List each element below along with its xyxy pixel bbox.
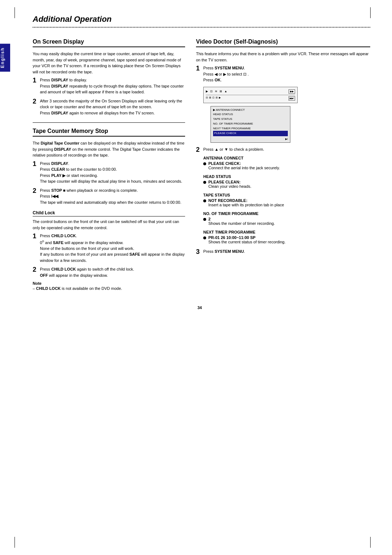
vcr-sym-5: ▶: [219, 96, 221, 101]
next-timer-group: NEXT TIMER PROGRAMME PR-01 26 10:00~11:0…: [203, 230, 370, 244]
bullet-dot-2: [203, 181, 206, 184]
step-2-vd: 2 Press ▲ or ▼ to check a problem.: [196, 146, 370, 153]
page-title: Additional Operation: [33, 15, 370, 24]
child-lock-intro: The control buttons on the front of the …: [33, 219, 185, 231]
note-label: Note: [33, 281, 41, 285]
vcr-status: ▶▶I: [289, 96, 295, 101]
video-doctor-section: Video Doctor (Self-Diagnosis) This featu…: [196, 39, 370, 255]
menu-item-1: ▶ ANTENNA CONNECT: [213, 108, 288, 113]
title-separator: [33, 27, 370, 28]
child-lock-section: Child Lock The control buttons on the fr…: [33, 210, 185, 292]
step-1-vd-content: Press SYSTEM MENU. Press ◀ or ▶ to selec…: [203, 65, 370, 83]
vcr-icon-2: ⊡: [210, 90, 213, 93]
on-screen-display-title: On Screen Display: [33, 39, 185, 47]
menu-highlight-item: PLEASE CHECK: [213, 131, 288, 136]
step-2-vd-content: Press ▲ or ▼ to check a problem.: [203, 146, 370, 153]
vcr-sym-3: ⊡: [212, 96, 215, 101]
stop-keyword: STOP ■: [51, 188, 65, 193]
vcr-sym-4: ⊞: [216, 96, 218, 101]
head-status-bullet: PLEASE CLEAN: Clean your video heads.: [203, 180, 370, 189]
tape-status-group: TAPE STATUS NOT RECORDABLE: Insert a tap…: [203, 193, 370, 207]
step-3-vd-content: Press SYSTEM MENU.: [203, 248, 370, 255]
digital-tape-counter-keyword: Digital Tape Counter: [41, 141, 79, 145]
superscript-n: n: [42, 239, 44, 243]
clear-keyword: CLEAR: [51, 167, 65, 171]
vcr-icon-5: ▲: [224, 90, 227, 93]
child-lock-note: Note – CHILD LOCK is not available on th…: [33, 281, 185, 292]
safe-keyword-2: SAFE: [129, 252, 140, 256]
tape-counter-intro: The Digital Tape Counter can be displaye…: [33, 140, 185, 158]
step-2-tape-content: Press STOP ■ when playback or recording …: [40, 187, 185, 206]
step-num-vd-1: 1: [196, 65, 201, 72]
step-1-content: Press DISPLAY to display. Press DISPLAY …: [40, 77, 185, 95]
display-keyword-1: DISPLAY: [51, 78, 68, 82]
tape-status-label: TAPE STATUS: [203, 193, 370, 197]
head-status-content: PLEASE CLEAN: Clean your video heads.: [208, 180, 252, 189]
please-clean-keyword: PLEASE CLEAN:: [208, 180, 241, 184]
vcr-indicator: ▶▶: [289, 89, 295, 94]
menu-item-2: HEAD STATUS: [213, 112, 288, 117]
child-lock-title: Child Lock: [33, 210, 185, 216]
step-2-display: 2 After 3 seconds the majority of the On…: [33, 98, 185, 116]
timer-count-value: 2: [208, 217, 211, 221]
step-num-child-1: 1: [33, 233, 38, 239]
video-doctor-title: Video Doctor (Self-Diagnosis): [196, 39, 370, 47]
safe-keyword-1: SAFE: [53, 240, 64, 244]
step-num-vd-2: 2: [196, 146, 201, 153]
step-2-childlock: 2 Press CHILD LOCK again to switch off t…: [33, 266, 185, 278]
note-text: – CHILD LOCK is not available on the DVD…: [33, 286, 122, 291]
on-screen-display-section: On Screen Display You may easily display…: [33, 39, 185, 116]
vcr-icon-4: ⊞: [220, 90, 222, 93]
step-num-tape-1: 1: [33, 161, 38, 167]
vcr-sym-1: ⊟: [206, 96, 208, 101]
antenna-connect-content: PLEASE CHECK: Connect the aerial into th…: [208, 161, 280, 170]
step-2-content: After 3 seconds the majority of the On S…: [40, 98, 185, 116]
tape-status-content: NOT RECORDABLE: Insert a tape with its p…: [208, 198, 284, 207]
vcr-spacer2: [222, 96, 287, 101]
step-num-tape-2: 2: [33, 187, 38, 194]
step-num-1: 1: [33, 77, 38, 84]
childlock-keyword-1: CHILD LOCK: [51, 234, 76, 238]
bullet-dot-1: [203, 162, 206, 165]
timer-programme-count-label: NO. OF TIMER PROGRAMME: [203, 211, 370, 216]
ok-keyword: OK: [215, 78, 221, 82]
vcr-icon-row: ▶ ⊡ ≋ ⊞ ▲ ▶▶: [206, 89, 295, 95]
next-timer-value: PR-01 26 10:00~11:00 SP: [208, 235, 256, 240]
menu-item-5: NEXT TIMER PROGRAMME: [213, 126, 288, 131]
vcr-top-display: ▶ ⊡ ≋ ⊞ ▲ ▶▶ ⊟ ⊠ ⊡ ⊞: [203, 87, 298, 103]
not-recordable-keyword: NOT RECORDABLE:: [208, 198, 248, 203]
next-timer-bullet: PR-01 26 10:00~11:00 SP Shows the curren…: [203, 235, 370, 244]
rewind-keyword: I◀◀: [51, 194, 58, 198]
right-column: Video Doctor (Self-Diagnosis) This featu…: [196, 33, 370, 295]
step-2-tape: 2 Press STOP ■ when playback or recordin…: [33, 187, 185, 206]
step-1-display: 1 Press DISPLAY to display. Press DISPLA…: [33, 77, 185, 95]
step-1-childlock-content: Press CHILD LOCK. 0n and SAFE will appea…: [40, 233, 185, 263]
bullet-dot-3: [203, 199, 206, 202]
off-keyword: OFF: [40, 273, 48, 278]
antenna-connect-group: ANTENNA CONNECT PLEASE CHECK: Connect th…: [203, 156, 370, 170]
status-groups-container: ANTENNA CONNECT PLEASE CHECK: Connect th…: [203, 156, 370, 244]
tape-counter-section: Tape Counter Memory Stop The Digital Tap…: [33, 128, 185, 292]
display-keyword-5: DISPLAY: [51, 161, 68, 166]
vcr-display-container: ▶ ⊡ ≋ ⊞ ▲ ▶▶ ⊟ ⊠ ⊡ ⊞: [203, 87, 370, 143]
system-menu-keyword-1: SYSTEM MENU: [215, 66, 244, 70]
system-menu-keyword-2: SYSTEM MENU: [215, 249, 244, 254]
step-1-tape: 1 Press DISPLAY. Press CLEAR to set the …: [33, 161, 185, 185]
step-num-vd-3: 3: [196, 248, 201, 255]
antenna-connect-label: ANTENNA CONNECT: [203, 156, 370, 160]
timer-count-content: 2 Shows the number of timer recording.: [208, 217, 275, 226]
bullet-dot-4: [203, 218, 206, 221]
on-screen-display-intro: You may easily display the current time …: [33, 51, 185, 75]
bullet-dot-5: [203, 236, 206, 239]
menu-item-4: NO. OF TIMER PROGRAMME: [213, 122, 288, 126]
childlock-keyword-2: CHILD LOCK: [51, 267, 76, 271]
menu-item-3: TAPE STATUS: [213, 117, 288, 122]
head-status-group: HEAD STATUS PLEASE CLEAN: Clean your vid…: [203, 174, 370, 189]
step-3-vd: 3 Press SYSTEM MENU.: [196, 248, 370, 255]
section-divider-tape: [33, 122, 185, 123]
tape-counter-title: Tape Counter Memory Stop: [33, 128, 185, 137]
page-number: 34: [29, 305, 370, 310]
step-1-vd: 1 Press SYSTEM MENU. Press ◀ or ▶ to sel…: [196, 65, 370, 83]
display-keyword-2: DISPLAY: [51, 84, 68, 88]
left-column: On Screen Display You may easily display…: [33, 33, 185, 295]
